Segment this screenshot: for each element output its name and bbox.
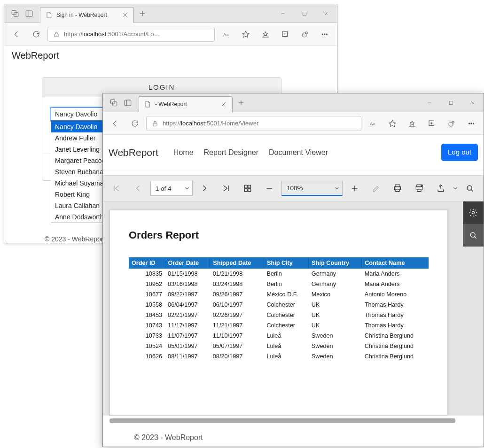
- url-input-2[interactable]: https://localhost:5001/Home/Viewer: [146, 116, 361, 131]
- table-cell: 06/10/1997: [210, 300, 264, 310]
- nav-viewer[interactable]: Document Viewer: [269, 148, 328, 157]
- table-cell: Berlin: [264, 269, 308, 279]
- svg-rect-54: [245, 189, 248, 192]
- collections-icon-2[interactable]: [423, 115, 440, 132]
- parameters-panel-button[interactable]: [463, 201, 484, 224]
- table-cell: 08/20/1997: [210, 351, 264, 362]
- url-text-1: https://localhost:5001/Account/Lo…: [64, 31, 160, 38]
- export-chevron-icon[interactable]: [453, 186, 458, 191]
- addressbar-2: https://localhost:5001/Home/Viewer A»: [103, 112, 484, 135]
- close-tab-icon-2[interactable]: [220, 100, 227, 108]
- back-button-1[interactable]: [8, 26, 25, 43]
- zoom-value: 100%: [287, 185, 303, 192]
- svg-rect-64: [417, 189, 421, 192]
- zoom-out-button[interactable]: [260, 179, 279, 198]
- print-button[interactable]: [388, 179, 407, 198]
- edit-fields-button[interactable]: [367, 179, 386, 198]
- table-cell: 09/26/1997: [210, 289, 264, 300]
- zoom-chevron-icon: [335, 186, 339, 191]
- nav-designer[interactable]: Report Designer: [204, 148, 259, 157]
- nav-home[interactable]: Home: [173, 148, 194, 157]
- new-tab-button[interactable]: [134, 5, 151, 22]
- sidebar-icon[interactable]: [25, 9, 33, 18]
- table-cell: 09/22/1997: [165, 289, 210, 300]
- document-area: Orders Report Order IDOrder DateShipped …: [103, 201, 484, 416]
- page-selector[interactable]: 1 of 4: [150, 181, 193, 196]
- employee-select-value: Nancy Davolio: [55, 110, 97, 118]
- collections-icon[interactable]: [277, 26, 294, 43]
- table-cell: Maria Anders: [362, 269, 429, 279]
- zoom-in-button[interactable]: [345, 179, 364, 198]
- svg-point-21: [305, 31, 308, 34]
- more-icon-2[interactable]: [463, 115, 480, 132]
- tab-title-1: Sign in - WebReport: [56, 12, 107, 18]
- close-window-button-2[interactable]: [462, 94, 484, 112]
- extensions-icon[interactable]: [297, 26, 313, 43]
- close-tab-icon[interactable]: [121, 11, 129, 19]
- extensions-icon-2[interactable]: [443, 115, 460, 132]
- url-input-1[interactable]: https://localhost:5001/Account/Lo…: [47, 27, 215, 42]
- table-cell: 06/04/1997: [165, 300, 210, 310]
- search-panel-button[interactable]: [463, 224, 484, 247]
- read-aloud-icon-2[interactable]: A»: [364, 115, 381, 132]
- next-page-button[interactable]: [195, 179, 214, 198]
- maximize-button-2[interactable]: [440, 94, 462, 112]
- table-cell: Germany: [309, 279, 362, 289]
- table-cell: UK: [309, 320, 362, 331]
- table-cell: 11/21/1997: [210, 320, 264, 331]
- last-page-button[interactable]: [217, 179, 235, 198]
- svg-rect-53: [248, 185, 251, 188]
- table-row: 1055806/04/199706/10/1997ColchesterUKTho…: [129, 300, 429, 310]
- table-row: 1095203/16/199803/24/1998BerlinGermanyMa…: [129, 279, 429, 289]
- column-header: Shipped Date: [210, 257, 264, 269]
- logout-button[interactable]: Log out: [441, 144, 478, 161]
- multipage-button[interactable]: [238, 179, 257, 198]
- prev-page-button[interactable]: [129, 179, 148, 198]
- table-row: 1067709/22/199709/26/1997México D.F.Mexi…: [129, 289, 429, 300]
- table-cell: México D.F.: [264, 289, 308, 300]
- workspaces-icon[interactable]: [11, 9, 19, 18]
- table-cell: 05/07/1997: [210, 341, 264, 351]
- export-button[interactable]: [431, 179, 450, 198]
- table-cell: Antonio Moreno: [362, 289, 429, 300]
- first-page-button[interactable]: [107, 179, 126, 198]
- svg-text:A»: A»: [370, 121, 376, 126]
- table-cell: Luleå: [264, 351, 308, 362]
- svg-text:A»: A»: [223, 31, 229, 37]
- workspaces-icon-2[interactable]: [109, 99, 118, 107]
- table-cell: 10952: [129, 279, 165, 289]
- svg-point-48: [471, 123, 472, 124]
- browser-tab-2[interactable]: - WebReport: [139, 96, 233, 112]
- column-header: Order ID: [129, 257, 165, 269]
- print-page-button[interactable]: [410, 179, 429, 198]
- search-button[interactable]: [461, 179, 479, 198]
- read-aloud-icon[interactable]: A»: [218, 26, 234, 43]
- table-cell: Mexico: [309, 289, 362, 300]
- close-window-button-1[interactable]: [315, 5, 337, 23]
- lock-icon-2: [151, 120, 159, 127]
- refresh-button-1[interactable]: [28, 26, 45, 43]
- favorites-bar-icon[interactable]: [257, 26, 274, 43]
- sidebar-icon-2[interactable]: [124, 99, 132, 107]
- favorites-bar-icon-2[interactable]: [404, 115, 421, 132]
- new-tab-button-2[interactable]: [233, 94, 250, 111]
- column-header: Ship City: [264, 257, 308, 269]
- more-icon-1[interactable]: [316, 26, 333, 43]
- svg-rect-37: [153, 123, 157, 126]
- favorite-icon[interactable]: [237, 26, 254, 43]
- svg-point-69: [470, 232, 475, 237]
- svg-point-47: [468, 123, 469, 124]
- favorite-icon-2[interactable]: [384, 115, 401, 132]
- url-text-2: https://localhost:5001/Home/Viewer: [163, 120, 258, 127]
- zoom-selector[interactable]: 100%: [281, 181, 343, 196]
- browser-tab-1[interactable]: Sign in - WebReport: [40, 7, 134, 23]
- column-header: Order Date: [165, 257, 210, 269]
- minimize-button-1[interactable]: [272, 5, 294, 23]
- refresh-button-2[interactable]: [126, 115, 143, 132]
- back-button-2[interactable]: [107, 115, 124, 132]
- table-cell: 10743: [129, 320, 165, 331]
- minimize-button-2[interactable]: [419, 94, 440, 112]
- horizontal-scrollbar[interactable]: [109, 418, 455, 423]
- maximize-button-1[interactable]: [294, 5, 315, 23]
- svg-rect-2: [26, 11, 32, 16]
